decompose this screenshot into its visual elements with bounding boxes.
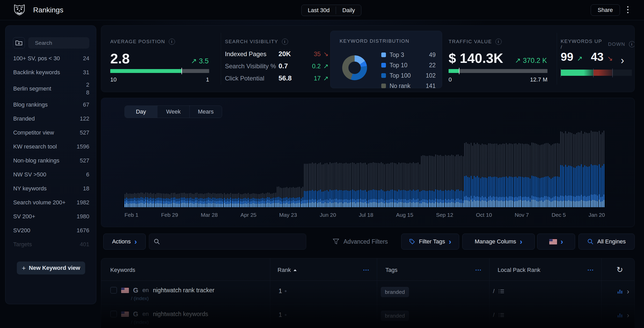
sidebar-item-backlink-keywords[interactable]: Backlink keywords31 (13, 65, 89, 79)
rank-history-bar[interactable] (272, 193, 273, 207)
rank-history-bar[interactable] (173, 193, 174, 207)
rank-history-bar[interactable] (299, 187, 300, 207)
rank-history-bar[interactable] (573, 134, 574, 207)
rank-history-bar[interactable] (571, 133, 572, 207)
rank-history-bar[interactable] (599, 131, 600, 207)
legend-row[interactable]: Top 1022 (381, 60, 436, 70)
rank-history-bar[interactable] (189, 193, 190, 207)
rank-history-bar[interactable] (382, 163, 383, 207)
keyword-chart-icon[interactable] (618, 290, 622, 294)
rank-history-bar[interactable] (313, 163, 314, 207)
rank-history-bar[interactable] (526, 144, 528, 207)
rank-history-bar[interactable] (169, 194, 170, 207)
rank-history-bar[interactable] (480, 145, 481, 207)
rank-history-bar[interactable] (312, 162, 313, 207)
rank-history-bar[interactable] (235, 194, 236, 207)
sidebar-item-blog-rankings[interactable]: Blog rankings67 (13, 98, 89, 112)
sidebar-item-ny-keywords[interactable]: NY keywords18 (13, 182, 89, 196)
rank-history-bar[interactable] (281, 188, 282, 207)
rank-history-bar[interactable] (213, 193, 214, 207)
keyword-distribution-card[interactable]: KEYWORD DISTRIBUTION Top 349Top 1022Top … (330, 31, 442, 88)
legend-row[interactable]: Top 100102 (381, 70, 436, 81)
sidebar-item-kw-research-tool[interactable]: KW research tool1596 (13, 140, 89, 154)
rank-history-bar[interactable] (371, 163, 372, 207)
rank-history-bar[interactable] (341, 163, 342, 207)
rank-history-bar[interactable] (366, 165, 367, 207)
column-menu-icon[interactable]: ••• (363, 268, 370, 272)
rank-history-bar[interactable] (266, 193, 267, 207)
rank-history-bar[interactable] (434, 156, 435, 207)
rank-history-bar[interactable] (251, 194, 252, 207)
rank-history-bar[interactable] (389, 164, 390, 207)
rank-history-bar[interactable] (305, 164, 306, 207)
rank-history-bar[interactable] (242, 194, 243, 207)
rank-history-bar[interactable] (204, 193, 206, 207)
rank-history-bar[interactable] (222, 194, 223, 207)
rank-history-bar[interactable] (354, 163, 355, 207)
sidebar-item-100-sv-pos-30[interactable]: 100+ SV, pos < 3024 (13, 51, 89, 65)
rank-history-bar[interactable] (297, 187, 298, 207)
rank-history-bar[interactable] (280, 188, 281, 207)
rank-history-bar[interactable] (397, 164, 398, 207)
serp-list-icon[interactable] (498, 289, 504, 294)
rank-history-bar[interactable] (472, 146, 473, 207)
rank-history-bar[interactable] (307, 164, 308, 207)
rank-history-bar[interactable] (376, 163, 377, 207)
table-row[interactable]: G en nightwatch keywords / (index) 1 bra… (101, 304, 634, 328)
kebab-menu-icon[interactable] (626, 6, 629, 13)
rank-history-bar[interactable] (515, 143, 516, 207)
column-menu-icon[interactable]: ••• (475, 268, 482, 272)
rank-history-bar[interactable] (531, 143, 532, 207)
rank-history-bar[interactable] (129, 193, 130, 207)
rank-history-bar[interactable] (549, 144, 550, 207)
rank-history-bar[interactable] (403, 163, 404, 207)
rank-history-bar[interactable] (514, 144, 515, 207)
rank-history-bar[interactable] (490, 143, 491, 207)
rank-history-bar[interactable] (128, 194, 129, 207)
rank-history-bar[interactable] (217, 193, 218, 207)
keywords-up-down-card[interactable]: KEYWORDS UP / DOWN i 99 ↗ 43 ↘ › (561, 26, 635, 92)
sidebar-search[interactable] (28, 37, 89, 49)
rank-history-bar[interactable] (409, 163, 411, 207)
rank-history-bar[interactable] (224, 193, 225, 207)
rank-history-bar[interactable] (278, 187, 279, 207)
advanced-filters-button[interactable]: Advanced Filters (333, 234, 388, 250)
sidebar-item-sv-200[interactable]: SV 200+1980 (13, 210, 89, 223)
rank-history-bar[interactable] (579, 132, 580, 207)
rank-history-bar[interactable] (499, 144, 500, 207)
rank-history-bar[interactable] (201, 193, 202, 207)
rank-history-bar[interactable] (206, 193, 207, 207)
rank-history-bar[interactable] (358, 163, 359, 207)
engines-selector-button[interactable]: All Engines (579, 234, 635, 250)
rank-history-bar[interactable] (304, 164, 305, 207)
rank-history-bar[interactable] (502, 144, 503, 207)
rank-history-bar[interactable] (466, 142, 467, 207)
rank-history-bar[interactable] (171, 193, 172, 207)
rank-history-bar[interactable] (464, 143, 465, 207)
rank-history-bar[interactable] (320, 162, 321, 207)
rank-history-bar[interactable] (203, 194, 204, 207)
rank-history-bar[interactable] (334, 163, 335, 207)
rank-history-bar[interactable] (338, 163, 339, 207)
rank-history-bar[interactable] (438, 155, 440, 207)
rank-history-bar[interactable] (185, 193, 186, 207)
rank-history-bar[interactable] (474, 143, 475, 207)
row-checkbox[interactable] (110, 287, 117, 294)
rank-history-bar[interactable] (144, 194, 145, 207)
rank-history-bar[interactable] (331, 163, 332, 207)
rank-history-bar[interactable] (219, 193, 220, 207)
actions-button[interactable]: Actions › (103, 234, 146, 250)
rank-history-bar[interactable] (147, 193, 148, 207)
rank-history-bar[interactable] (182, 193, 183, 207)
column-keywords[interactable]: Keywords (110, 267, 135, 273)
manage-columns-button[interactable]: Manage Colums › (462, 234, 535, 250)
table-row[interactable]: G en nightwatch rank tracker / (index) 1… (101, 281, 634, 304)
rank-history-bar[interactable] (225, 194, 226, 207)
rank-history-bar[interactable] (429, 155, 430, 207)
rank-history-bar[interactable] (227, 193, 228, 207)
info-icon[interactable]: i (282, 39, 288, 45)
rank-history-bar[interactable] (432, 156, 433, 207)
keyword-text[interactable]: nightwatch rank tracker (153, 287, 215, 294)
rank-history-bar[interactable] (456, 155, 457, 207)
rank-history-bar[interactable] (196, 193, 197, 207)
